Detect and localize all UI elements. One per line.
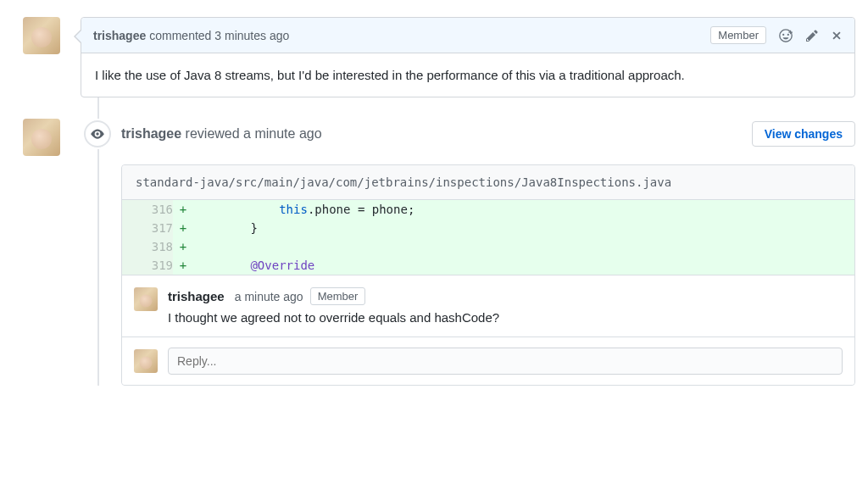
diff-line: 317+ } (122, 219, 854, 237)
diff-table: 316+ this.phone = phone;317+ }318+319+ @… (122, 200, 854, 275)
diff-line: 316+ this.phone = phone; (122, 200, 854, 219)
avatar[interactable] (23, 17, 60, 54)
add-reaction-icon[interactable] (778, 28, 793, 43)
comment-header: trishagee commented 3 minutes ago Member (81, 18, 854, 53)
avatar-column (13, 119, 81, 386)
reply-input[interactable] (168, 348, 843, 375)
edit-icon[interactable] (805, 29, 819, 42)
comment-author[interactable]: trishagee (93, 29, 146, 42)
inline-comment: trishagee a minute ago Member I thought … (122, 275, 854, 336)
comment-body: I like the use of Java 8 streams, but I'… (81, 53, 854, 97)
diff-line: 318+ (122, 237, 854, 256)
avatar[interactable] (134, 349, 158, 373)
member-badge: Member (710, 26, 766, 44)
inline-body: I thought we agreed not to override equa… (168, 310, 843, 325)
comment-actions (778, 28, 843, 43)
comment-item: trishagee commented 3 minutes ago Member (13, 17, 855, 97)
close-icon[interactable] (831, 30, 843, 42)
review-meta: trishagee reviewed a minute ago (121, 126, 322, 142)
review-header: trishagee reviewed a minute ago View cha… (81, 119, 855, 149)
review-author[interactable]: trishagee (121, 126, 181, 141)
comment-meta: commented 3 minutes ago (149, 29, 289, 42)
file-path[interactable]: standard-java/src/main/java/com/jetbrain… (122, 165, 854, 200)
diff-line: 319+ @Override (122, 256, 854, 275)
view-changes-button[interactable]: View changes (752, 121, 855, 147)
inline-time: a minute ago (235, 290, 303, 303)
review-item: trishagee reviewed a minute ago View cha… (13, 119, 855, 386)
comment-box: trishagee commented 3 minutes ago Member (81, 17, 855, 97)
inline-author[interactable]: trishagee (168, 289, 225, 303)
eye-icon (84, 120, 111, 147)
member-badge: Member (310, 287, 366, 305)
code-review-block: standard-java/src/main/java/com/jetbrain… (121, 164, 855, 386)
avatar-column (13, 17, 81, 97)
avatar[interactable] (134, 287, 158, 311)
reply-area (122, 336, 854, 385)
avatar[interactable] (23, 119, 60, 156)
